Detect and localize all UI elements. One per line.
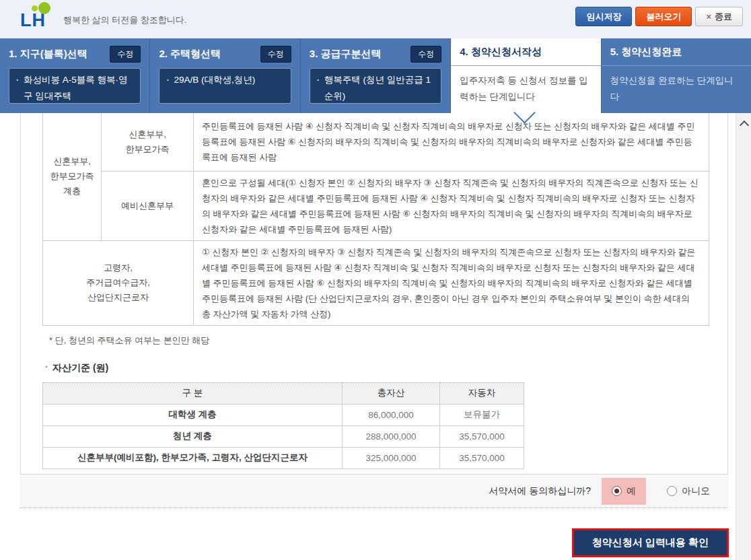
eligibility-description-senior: ① 신청자 본인 ② 신청자의 배우자 ③ 신청자 직계존속 및 신청자의 배우… xyxy=(194,240,709,325)
step-navigation: 1. 지구(블록)선택 수정 화성비봉 A-5블록 행복·영구 임대주택 2. … xyxy=(0,38,751,113)
step-1-district-select: 1. 지구(블록)선택 수정 화성비봉 A-5블록 행복·영구 임대주택 xyxy=(0,38,150,113)
header-toolbar: 임시저장 불러오기 ×종료 xyxy=(575,7,743,26)
asset-criteria-title: 자산기준 (원) xyxy=(45,362,727,374)
load-button[interactable]: 불러오기 xyxy=(635,7,692,26)
agreement-option-no[interactable]: 아니오 xyxy=(657,478,720,505)
lh-logo-dot-big xyxy=(38,2,50,14)
step-5-application-complete: 5. 청약신청완료 청약신청을 완료하는 단계입니다 xyxy=(602,38,751,113)
main-content: 신혼부부, 한부모가족 계층 신혼부부, 한부모가족 주민등록표에 등재된 사람… xyxy=(0,113,751,560)
eligibility-description-newlywed: 주민등록표에 등재된 사람 ④ 신청자 직계비속 및 신청자 직계비속의 배우자… xyxy=(194,113,709,171)
eligibility-subcategory-prenewlywed: 예비신혼부부 xyxy=(102,171,194,240)
agreement-no-label: 아니오 xyxy=(682,485,710,497)
asset-col-total: 총자산 xyxy=(343,382,440,404)
close-button-label: 종료 xyxy=(715,11,732,22)
step-2-selected-value: 29A/B (대학생,청년) xyxy=(159,68,291,104)
temp-save-button[interactable]: 임시저장 xyxy=(575,7,632,26)
agreement-question: 서약서에 동의하십니까? xyxy=(489,485,591,497)
step-1-label: 1. 지구(블록)선택 xyxy=(9,48,87,61)
asset-row-newlywed-car: 35,570,000 xyxy=(440,447,524,468)
asset-row-student-car: 보유불가 xyxy=(440,404,524,425)
scrollbar-track[interactable] xyxy=(736,113,751,560)
table-row: 청년 계층 288,000,000 35,570,000 xyxy=(43,425,524,447)
page-header: LH 행복한 삶의 터전을 창조합니다. 임시저장 불러오기 ×종료 xyxy=(0,0,751,38)
close-button[interactable]: ×종료 xyxy=(695,7,743,26)
table-header-row: 구 분 총자산 자동차 xyxy=(43,382,524,404)
asset-row-youth-total: 288,000,000 xyxy=(343,425,440,447)
table-row: 예비신혼부부 혼인으로 구성될 세대(① 신청자 본인 ② 신청자의 배우자 ③… xyxy=(43,171,709,240)
step-3-edit-button[interactable]: 수정 xyxy=(410,46,441,63)
radio-yes-icon[interactable] xyxy=(612,486,622,496)
lh-logo-dot-small xyxy=(32,5,38,11)
agreement-bar: 서약서에 동의하십니까? 예 아니오 xyxy=(20,475,728,508)
step-2-label: 2. 주택형선택 xyxy=(159,48,221,61)
asset-row-youth-label: 청년 계층 xyxy=(43,425,343,447)
table-row: 대학생 계층 86,000,000 보유불가 xyxy=(43,404,524,425)
eligibility-category-newlywed: 신혼부부, 한부모가족 계층 xyxy=(43,113,102,240)
eligibility-description-prenewlywed: 혼인으로 구성될 세대(① 신청자 본인 ② 신청자의 배우자 ③ 신청자 직계… xyxy=(194,171,709,240)
confirm-application-button[interactable]: 청약신청서 입력내용 확인 xyxy=(572,528,729,557)
close-icon: × xyxy=(706,11,711,22)
table-row: 고령자, 주거급여수급자, 산업단지근로자 ① 신청자 본인 ② 신청자의 배우… xyxy=(43,240,709,325)
step-3-selected-value: 행복주택 (청년 일반공급 1 순위) xyxy=(310,68,441,104)
asset-criteria-table: 구 분 총자산 자동차 대학생 계층 86,000,000 보유불가 청년 계층… xyxy=(42,382,524,469)
slogan-text: 행복한 삶의 터전을 창조합니다. xyxy=(63,14,186,30)
asset-row-student-label: 대학생 계층 xyxy=(43,404,343,425)
agreement-option-yes[interactable]: 예 xyxy=(602,478,646,505)
step-4-application-form-active: 4. 청약신청서작성 입주자저축 등 신청서 정보를 입력하는 단계입니다 xyxy=(451,38,601,113)
asset-row-student-total: 86,000,000 xyxy=(343,404,440,425)
step-5-label: 5. 청약신청완료 xyxy=(610,46,682,59)
step-3-supply-type-select: 3. 공급구분선택 수정 행복주택 (청년 일반공급 1 순위) xyxy=(301,38,451,113)
table-row: 신혼부부, 한부모가족 계층 신혼부부, 한부모가족 주민등록표에 등재된 사람… xyxy=(43,113,709,171)
lh-logo: LH 행복한 삶의 터전을 창조합니다. xyxy=(20,7,186,30)
chevron-up-icon[interactable] xyxy=(740,120,748,127)
step-5-description: 청약신청을 완료하는 단계입니다 xyxy=(610,73,742,105)
asset-row-newlywed-label: 신혼부부(예비포함), 한부모가족, 고령자, 산업단지근로자 xyxy=(43,447,343,468)
lh-logo-text: LH xyxy=(20,10,46,30)
asset-row-youth-car: 35,570,000 xyxy=(440,425,524,447)
radio-no-icon[interactable] xyxy=(667,486,677,496)
step-1-selected-value: 화성비봉 A-5블록 행복·영구 임대주택 xyxy=(9,68,141,104)
table-row: 신혼부부(예비포함), 한부모가족, 고령자, 산업단지근로자 325,000,… xyxy=(43,447,524,468)
step-4-label: 4. 청약신청서작성 xyxy=(460,46,542,59)
asset-row-newlywed-total: 325,000,000 xyxy=(343,447,440,468)
step-2-edit-button[interactable]: 수정 xyxy=(260,46,291,63)
step-4-description: 입주자저축 등 신청서 정보를 입력하는 단계입니다 xyxy=(460,73,592,105)
step-3-label: 3. 공급구분선택 xyxy=(310,48,382,61)
eligibility-subcategory-newlywed: 신혼부부, 한부모가족 xyxy=(102,113,194,171)
asset-col-category: 구 분 xyxy=(43,382,343,404)
asset-col-car: 자동차 xyxy=(440,382,524,404)
eligibility-category-senior: 고령자, 주거급여수급자, 산업단지근로자 xyxy=(43,240,194,325)
eligibility-note: * 단, 청년의 주택소유 여부는 본인만 해당 xyxy=(49,335,727,347)
agreement-yes-label: 예 xyxy=(627,485,636,497)
eligibility-panel: 신혼부부, 한부모가족 계층 신혼부부, 한부모가족 주민등록표에 등재된 사람… xyxy=(20,113,728,475)
eligibility-table: 신혼부부, 한부모가족 계층 신혼부부, 한부모가족 주민등록표에 등재된 사람… xyxy=(42,113,709,326)
step-1-edit-button[interactable]: 수정 xyxy=(110,46,141,63)
step-2-housing-type-select: 2. 주택형선택 수정 29A/B (대학생,청년) xyxy=(150,38,300,113)
